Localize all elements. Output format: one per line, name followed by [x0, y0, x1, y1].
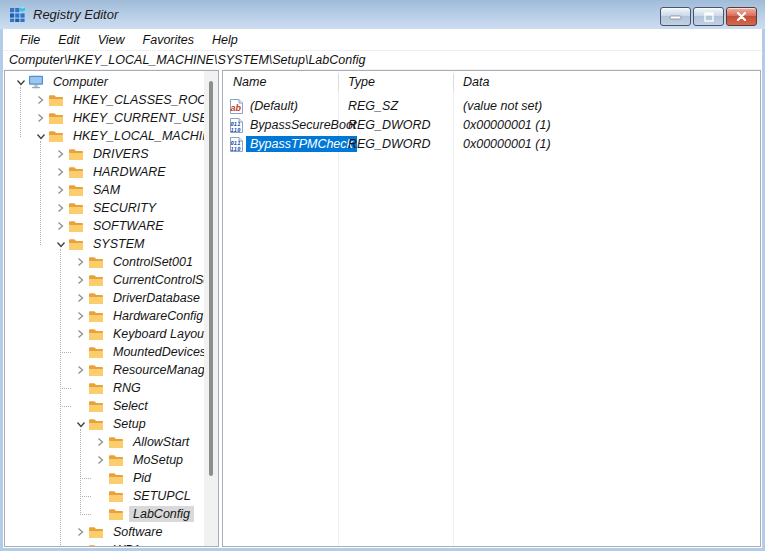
folder-icon — [48, 129, 66, 143]
tree-item-currentcontrolset[interactable]: CurrentControlSet — [5, 271, 204, 289]
folder-icon — [88, 309, 106, 323]
tree-item-label: Setup — [109, 416, 150, 432]
value-type: REG_SZ — [348, 99, 398, 113]
folder-icon — [88, 417, 106, 431]
tree-item-keyboard-layout[interactable]: Keyboard Layout — [5, 325, 204, 343]
menu-item-help[interactable]: Help — [203, 31, 247, 49]
chevron-down-icon[interactable] — [13, 75, 28, 89]
registry-value-row-bypasssecureboot[interactable]: 011110BypassSecureBootREG_DWORD0x0000000… — [223, 116, 760, 135]
chevron-right-icon[interactable] — [73, 309, 88, 323]
registry-value-row-default[interactable]: ab(Default)REG_SZ(value not set) — [223, 97, 760, 116]
tree-item-controlset001[interactable]: ControlSet001 — [5, 253, 204, 271]
reg-dword-icon: 011110 — [229, 118, 244, 133]
tree-item-wpa[interactable]: WPA — [5, 541, 204, 547]
folder-icon — [88, 273, 106, 287]
chevron-right-icon[interactable] — [53, 183, 68, 197]
tree-item-label: Computer — [49, 74, 112, 90]
chevron-down-icon[interactable] — [73, 417, 88, 431]
tree-item-pid[interactable]: Pid — [5, 469, 204, 487]
tree-item-system[interactable]: SYSTEM — [5, 235, 204, 253]
tree-item-allowstart[interactable]: AllowStart — [5, 433, 204, 451]
tree-item-sam[interactable]: SAM — [5, 181, 204, 199]
tree-item-label: DRIVERS — [89, 146, 153, 162]
tree-item-label: Select — [109, 398, 152, 414]
tree-item-setupcl[interactable]: SETUPCL — [5, 487, 204, 505]
address-bar[interactable]: Computer\HKEY_LOCAL_MACHINE\SYSTEM\Setup… — [3, 50, 762, 70]
column-header-type[interactable]: Type — [348, 75, 375, 89]
tree-item-label: WPA — [109, 542, 145, 547]
menu-item-favorites[interactable]: Favorites — [134, 31, 203, 49]
chevron-right-icon[interactable] — [93, 435, 108, 449]
chevron-right-icon[interactable] — [53, 165, 68, 179]
chevron-right-icon[interactable] — [73, 273, 88, 287]
menu-item-view[interactable]: View — [89, 31, 134, 49]
reg-sz-icon: ab — [229, 99, 244, 114]
folder-icon — [68, 201, 86, 215]
tree-item-computer[interactable]: Computer — [5, 73, 204, 91]
close-button[interactable] — [726, 7, 757, 26]
column-separator[interactable] — [453, 74, 454, 91]
svg-text:110: 110 — [230, 127, 241, 133]
maximize-button[interactable] — [693, 7, 724, 26]
tree-scrollbar-track[interactable] — [204, 71, 218, 546]
column-header-name[interactable]: Name — [233, 75, 266, 89]
tree-item-label: HardwareConfig — [109, 308, 207, 324]
tree-item-hardwareconfig[interactable]: HardwareConfig — [5, 307, 204, 325]
chevron-right-icon[interactable] — [33, 111, 48, 125]
folder-icon — [88, 381, 106, 395]
menu-item-edit[interactable]: Edit — [49, 31, 89, 49]
tree-item-software[interactable]: Software — [5, 523, 204, 541]
tree-item-mosetup[interactable]: MoSetup — [5, 451, 204, 469]
window-body: FileEditViewFavoritesHelp Computer\HKEY_… — [3, 29, 762, 548]
folder-icon — [68, 147, 86, 161]
chevron-right-icon[interactable] — [33, 93, 48, 107]
chevron-right-icon[interactable] — [73, 525, 88, 539]
folder-icon — [88, 327, 106, 341]
chevron-down-icon[interactable] — [53, 237, 68, 251]
tree-scrollbar-thumb[interactable] — [209, 81, 213, 476]
regedit-app-icon — [9, 6, 26, 23]
tree-item-label: HKEY_CURRENT_USER — [69, 110, 219, 126]
folder-icon — [88, 543, 106, 547]
chevron-right-icon[interactable] — [73, 327, 88, 341]
tree-item-hardware[interactable]: HARDWARE — [5, 163, 204, 181]
tree-item-security[interactable]: SECURITY — [5, 199, 204, 217]
tree-indent-spacer — [93, 471, 108, 485]
tree-item-hkey-local-machine[interactable]: HKEY_LOCAL_MACHINE — [5, 127, 204, 145]
chevron-right-icon[interactable] — [73, 291, 88, 305]
column-header-data[interactable]: Data — [463, 75, 489, 89]
tree-item-mounteddevices[interactable]: MountedDevices — [5, 343, 204, 361]
chevron-right-icon[interactable] — [93, 453, 108, 467]
minimize-button[interactable] — [660, 7, 691, 26]
tree-item-hkey-classes-root[interactable]: HKEY_CLASSES_ROOT — [5, 91, 204, 109]
tree-item-driverdatabase[interactable]: DriverDatabase — [5, 289, 204, 307]
tree-item-label: RNG — [109, 380, 145, 396]
tree-item-setup[interactable]: Setup — [5, 415, 204, 433]
folder-icon — [88, 345, 106, 359]
chevron-right-icon[interactable] — [53, 219, 68, 233]
chevron-right-icon[interactable] — [53, 201, 68, 215]
tree-indent-spacer — [93, 507, 108, 521]
chevron-right-icon[interactable] — [73, 363, 88, 377]
tree-item-label: SECURITY — [89, 200, 160, 216]
tree-item-label: SYSTEM — [89, 236, 148, 252]
menu-item-file[interactable]: File — [11, 31, 49, 49]
chevron-right-icon[interactable] — [73, 255, 88, 269]
tree-item-label: SETUPCL — [129, 488, 195, 504]
chevron-down-icon[interactable] — [33, 129, 48, 143]
tree-item-label: HKEY_CLASSES_ROOT — [69, 92, 219, 108]
tree-item-software[interactable]: SOFTWARE — [5, 217, 204, 235]
registry-value-row-bypasstpmcheck[interactable]: 011110BypassTPMCheckREG_DWORD0x00000001 … — [223, 135, 760, 154]
tree-item-drivers[interactable]: DRIVERS — [5, 145, 204, 163]
value-type: REG_DWORD — [348, 137, 431, 151]
folder-icon — [108, 435, 126, 449]
tree-item-select[interactable]: Select — [5, 397, 204, 415]
tree-item-labconfig[interactable]: LabConfig — [5, 505, 204, 523]
tree-item-resourcemanager[interactable]: ResourceManager — [5, 361, 204, 379]
tree-item-hkey-current-user[interactable]: HKEY_CURRENT_USER — [5, 109, 204, 127]
chevron-right-icon[interactable] — [53, 147, 68, 161]
tree-item-label: Pid — [129, 470, 155, 486]
folder-icon — [88, 399, 106, 413]
tree-item-rng[interactable]: RNG — [5, 379, 204, 397]
column-separator[interactable] — [338, 74, 339, 91]
